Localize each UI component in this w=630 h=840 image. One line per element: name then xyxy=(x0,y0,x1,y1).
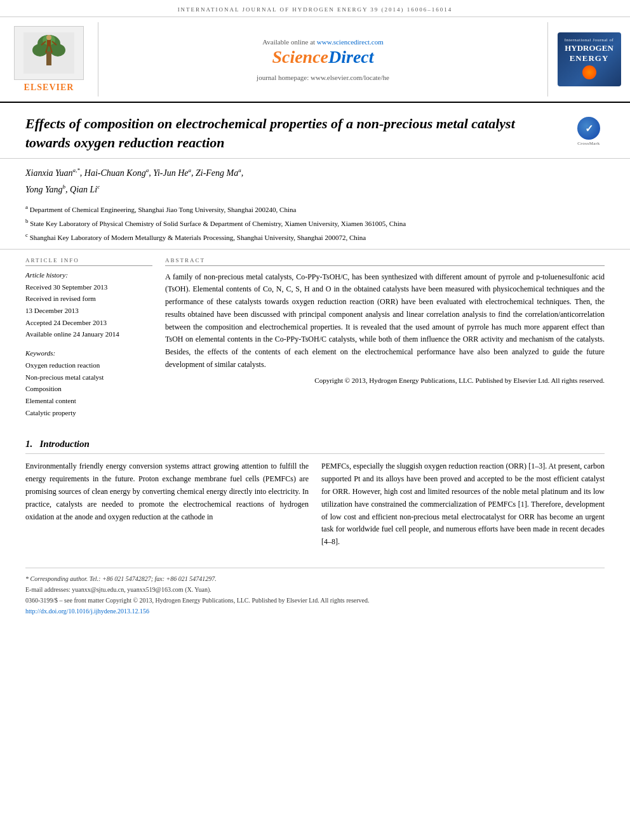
elsevier-logo-block: ELSEVIER xyxy=(0,22,98,97)
author-6: Qian Lic xyxy=(70,185,100,194)
history-item-1: Received 30 September 2013 xyxy=(25,281,152,293)
intro-right-col: PEMFCs, especially the sluggish oxygen r… xyxy=(321,460,605,549)
hydrogen-energy-logo: International Journal of HYDROGEN ENERGY xyxy=(558,32,621,86)
email-note: E-mail addresses: yuanxx@sjtu.edu.cn, yu… xyxy=(25,584,605,595)
keyword-4: Elemental content xyxy=(25,395,152,407)
journal-header: INTERNATIONAL JOURNAL OF HYDROGEN ENERGY… xyxy=(0,0,630,17)
history-item-4: Accepted 24 December 2013 xyxy=(25,317,152,329)
article-title: Effects of composition on electrochemica… xyxy=(25,114,521,152)
journal-homepage: journal homepage: www.elsevier.com/locat… xyxy=(257,74,389,81)
keywords-label: Keywords: xyxy=(25,349,152,357)
he-journal-text: International Journal of xyxy=(565,37,614,43)
article-info-abstract-section: ARTICLE INFO Article history: Received 3… xyxy=(0,249,630,427)
history-item-2: Received in revised form xyxy=(25,293,152,305)
svg-point-3 xyxy=(50,44,65,57)
author-2: Hai-Chuan Konga, xyxy=(84,168,153,178)
sciencedirect-url[interactable]: www.sciencedirect.com xyxy=(317,38,384,46)
abstract-col: ABSTRACT A family of non-precious metal … xyxy=(165,257,605,419)
doi-link[interactable]: http://dx.doi.org/10.1016/j.ijhydene.201… xyxy=(25,608,149,615)
doi-note: http://dx.doi.org/10.1016/j.ijhydene.201… xyxy=(25,606,605,617)
keyword-1: Oxygen reduction reaction xyxy=(25,359,152,371)
affiliations-list: a Department of Chemical Engineering, Sh… xyxy=(25,203,605,244)
intro-left-col: Environmentally friendly energy conversi… xyxy=(25,460,309,549)
authors-section: Xianxia Yuana,*, Hai-Chuan Konga, Yi-Jun… xyxy=(0,159,630,248)
science-part: Science xyxy=(272,47,328,67)
article-info-heading: ARTICLE INFO xyxy=(25,257,152,266)
affiliation-a: a Department of Chemical Engineering, Sh… xyxy=(25,203,605,215)
journal-title: INTERNATIONAL JOURNAL OF HYDROGEN ENERGY… xyxy=(178,6,453,13)
affiliation-c: c Shanghai Key Laboratory of Modern Meta… xyxy=(25,230,605,243)
corresponding-note: * Corresponding author. Tel.: +86 021 54… xyxy=(25,573,605,584)
he-hydrogen-text: HYDROGEN xyxy=(565,43,613,53)
issn-note: 0360-3199/$ – see front matter Copyright… xyxy=(25,595,605,606)
introduction-section: 1. Introduction Environmentally friendly… xyxy=(0,426,630,555)
abstract-heading: ABSTRACT xyxy=(165,257,605,266)
keyword-5: Catalytic property xyxy=(25,407,152,419)
article-info-col: ARTICLE INFO Article history: Received 3… xyxy=(25,257,152,419)
elsevier-wordmark: ELSEVIER xyxy=(24,83,74,93)
abstract-text: A family of non-precious metal catalysts… xyxy=(165,271,605,387)
he-circle-icon xyxy=(582,65,596,79)
abstract-copyright: Copyright © 2013, Hydrogen Energy Public… xyxy=(165,375,605,387)
elsevier-tree-icon xyxy=(23,32,74,74)
introduction-body: Environmentally friendly energy conversi… xyxy=(25,460,605,549)
center-banner: Available online at www.sciencedirect.co… xyxy=(98,22,547,97)
svg-point-6 xyxy=(46,35,51,40)
svg-point-2 xyxy=(32,44,48,57)
introduction-title: 1. Introduction xyxy=(25,439,605,454)
author-4: Zi-Feng Maa, xyxy=(196,168,243,178)
keyword-3: Composition xyxy=(25,383,152,395)
keyword-2: Non-precious metal catalyst xyxy=(25,371,152,383)
crossmark-badge: ✓ CrossMark xyxy=(573,117,605,146)
history-label: Article history: xyxy=(25,271,152,279)
sciencedirect-logo: ScienceDirect xyxy=(272,47,373,67)
svg-rect-4 xyxy=(46,51,51,65)
crossmark-icon: ✓ xyxy=(577,117,600,140)
he-logo-block: International Journal of HYDROGEN ENERGY xyxy=(547,22,630,97)
page-footer: * Corresponding author. Tel.: +86 021 54… xyxy=(25,568,605,619)
authors-list: Xianxia Yuana,*, Hai-Chuan Konga, Yi-Jun… xyxy=(25,165,605,197)
svg-rect-7 xyxy=(47,40,51,46)
author-1: Xianxia Yuana,*, xyxy=(25,168,84,178)
he-energy-text: ENERGY xyxy=(570,53,609,63)
author-5: Yong Yangb, xyxy=(25,185,70,194)
available-online-text: Available online at www.sciencedirect.co… xyxy=(262,38,384,46)
history-item-3: 13 December 2013 xyxy=(25,305,152,317)
top-banner: ELSEVIER Available online at www.science… xyxy=(0,17,630,103)
affiliation-b: b State Key Laboratory of Physical Chemi… xyxy=(25,217,605,229)
author-3: Yi-Jun Hea, xyxy=(153,168,196,178)
article-title-section: Effects of composition on electrochemica… xyxy=(0,103,630,159)
history-item-5: Available online 24 January 2014 xyxy=(25,328,152,340)
elsevier-image xyxy=(14,26,84,80)
direct-part: Direct xyxy=(328,47,374,67)
crossmark-label: CrossMark xyxy=(577,141,600,146)
